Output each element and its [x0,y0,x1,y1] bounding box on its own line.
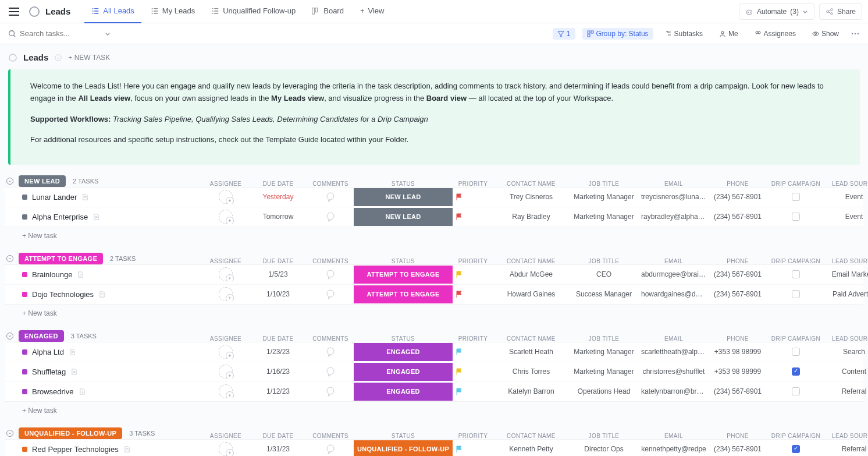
column-header[interactable]: EMAIL [639,181,709,187]
subtasks-toggle[interactable]: Subtasks [660,28,707,40]
tab-my-leads[interactable]: My Leads [144,0,202,23]
email[interactable]: katelynbarron@brows [639,387,709,395]
description-icon[interactable] [69,348,76,356]
column-header[interactable]: LEAD SOURCE [825,335,868,342]
status-badge[interactable]: ATTEMPT TO ENGAGE [354,285,453,303]
drip-checkbox[interactable] [792,367,800,376]
new-task-button[interactable]: + NEW TASK [68,54,110,62]
drip-checkbox[interactable] [792,290,800,298]
task-row[interactable]: Alpha Ltd 1/23/23 ENGAGED Scarlett Heath… [5,342,863,362]
column-header[interactable]: DRIP CAMPAIGN [767,335,825,342]
collapse-toggle[interactable] [5,253,15,264]
me-filter[interactable]: Me [714,28,743,40]
task-name[interactable]: Red Pepper Technologies [32,445,119,454]
column-header[interactable]: LEAD SOURCE [825,433,868,439]
due-date[interactable]: 1/5/23 [249,270,307,278]
column-header[interactable]: DUE DATE [249,335,307,342]
due-date[interactable]: 1/12/23 [249,387,307,395]
status-pill[interactable]: UNQUALIFIED - FOLLOW-UP [19,427,122,439]
column-header[interactable]: STATUS [354,433,453,439]
column-header[interactable]: EMAIL [639,335,709,342]
assignees-filter[interactable]: Assignees [750,28,801,40]
task-name[interactable]: Browsedrive [32,387,74,396]
column-header[interactable]: DRIP CAMPAIGN [767,181,825,187]
due-date[interactable]: 1/23/23 [249,348,307,356]
status-badge[interactable]: NEW LEAD [354,208,453,226]
phone[interactable]: (234) 567-8901 [709,445,767,453]
comment-icon[interactable] [325,268,336,280]
email[interactable]: treycisneros@lunarla [639,193,709,201]
priority-flag[interactable] [453,193,493,201]
task-row[interactable]: Lunar Lander Yesterday NEW LEAD Trey Cis… [5,188,863,207]
automate-button[interactable]: Automate (3) [739,3,814,20]
description-icon[interactable] [79,388,86,395]
status-badge[interactable]: ENGAGED [354,383,453,401]
due-date[interactable]: 1/16/23 [249,367,307,376]
drip-checkbox[interactable] [792,193,800,201]
add-task-row[interactable]: + New task [0,227,868,245]
priority-flag[interactable] [453,348,493,356]
tab-board[interactable]: Board [305,0,351,23]
email[interactable]: abdurmcgee@brainlo [639,270,709,278]
phone[interactable]: +353 98 98999 [709,348,767,356]
column-header[interactable]: LEAD SOURCE [825,181,868,187]
email[interactable]: raybradley@alphaent [639,213,709,221]
drip-checkbox[interactable] [792,213,800,221]
lead-source[interactable]: Paid Adverti... [825,290,868,298]
email[interactable]: christorres@shufflet [639,367,709,376]
column-header[interactable]: COMMENTS [307,335,354,342]
description-icon[interactable] [77,271,84,278]
priority-flag[interactable] [453,367,493,376]
column-header[interactable]: JOB TITLE [569,335,639,342]
drip-checkbox[interactable] [792,270,800,278]
column-header[interactable]: PRIORITY [453,335,493,342]
lead-source[interactable]: Event [825,213,868,221]
description-icon[interactable] [93,213,100,221]
lead-source[interactable]: Search [825,348,868,356]
tab-unqualified[interactable]: Unqualified Follow-up [204,0,303,23]
description-icon[interactable] [81,193,89,201]
job-title[interactable]: Marketing Manager [569,193,639,201]
job-title[interactable]: Marketing Manager [569,367,639,376]
task-row[interactable]: Alpha Enterprise Tomorrow NEW LEAD Ray B… [5,207,863,227]
contact-name[interactable]: Howard Gaines [493,290,569,298]
comment-icon[interactable] [325,443,336,455]
task-row[interactable]: Brainlounge 1/5/23 ATTEMPT TO ENGAGE Abd… [5,265,863,285]
column-header[interactable]: DUE DATE [249,258,307,264]
column-header[interactable]: STATUS [354,181,453,187]
column-header[interactable]: ASSIGNEE [202,258,249,264]
column-header[interactable]: ASSIGNEE [202,335,249,342]
column-header[interactable]: COMMENTS [307,433,354,439]
lead-source[interactable]: Content [825,367,868,376]
phone[interactable]: (234) 567-8901 [709,193,767,201]
due-date[interactable]: 1/31/23 [249,445,307,453]
column-header[interactable]: PRIORITY [453,433,493,439]
contact-name[interactable]: Kenneth Petty [493,445,569,453]
job-title[interactable]: Success Manager [569,290,639,298]
column-header[interactable]: DUE DATE [249,181,307,187]
assignee-add[interactable] [219,345,233,359]
contact-name[interactable]: Ray Bradley [493,213,569,221]
status-pill[interactable]: NEW LEAD [19,175,66,187]
due-date[interactable]: 1/10/23 [249,290,307,298]
column-header[interactable]: JOB TITLE [569,433,639,439]
tab-add-view[interactable]: + View [353,0,392,23]
comment-icon[interactable] [325,191,336,203]
lead-source[interactable]: Event [825,193,868,201]
show-toggle[interactable]: Show [807,28,844,40]
column-header[interactable]: PHONE [709,433,767,439]
priority-flag[interactable] [453,387,493,395]
column-header[interactable]: JOB TITLE [569,181,639,187]
column-header[interactable]: PHONE [709,181,767,187]
column-header[interactable]: DRIP CAMPAIGN [767,258,825,264]
column-header[interactable]: COMMENTS [307,181,354,187]
assignee-add[interactable] [219,442,233,456]
job-title[interactable]: Director Ops [569,445,639,453]
email[interactable]: scarlettheath@alphal [639,348,709,356]
column-header[interactable]: LEAD SOURCE [825,258,868,264]
job-title[interactable]: Marketing Manager [569,213,639,221]
task-row[interactable]: Shuffletag 1/16/23 ENGAGED Chris Torres … [5,362,863,382]
column-header[interactable]: ASSIGNEE [202,181,249,187]
collapse-toggle[interactable] [5,176,15,186]
column-header[interactable]: PHONE [709,258,767,264]
